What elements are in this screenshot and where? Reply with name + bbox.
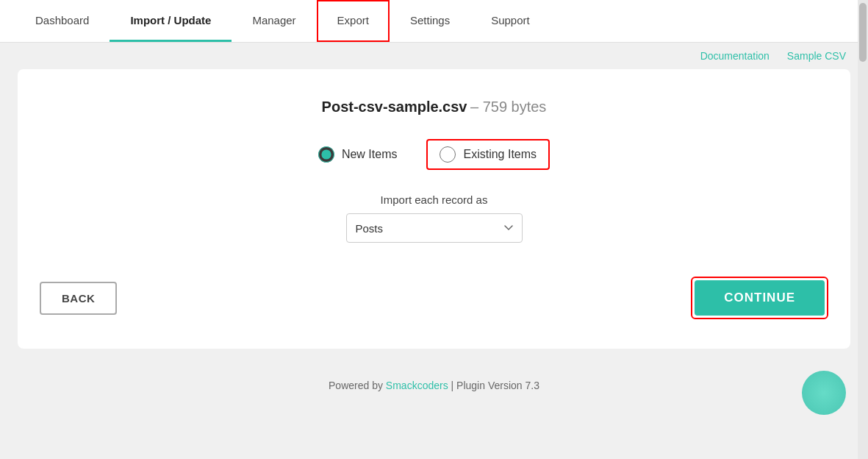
tab-export[interactable]: Export [317,0,390,42]
file-size-separator: – [470,99,483,115]
file-size: 759 bytes [483,99,547,115]
footer-link[interactable]: Smackcoders [386,380,448,391]
top-links-bar: Documentation Sample CSV [0,43,868,69]
continue-button-wrapper: CONTINUE [691,277,828,319]
radio-new-items-label[interactable]: New Items [318,146,398,163]
footer: Powered by Smackcoders | Plugin Version … [0,366,868,405]
back-button[interactable]: BACK [40,282,117,315]
existing-items-label: Existing Items [463,148,537,161]
existing-items-box: Existing Items [426,139,550,170]
footer-text: Powered by [329,380,383,391]
file-info: Post-csv-sample.csv – 759 bytes [40,99,828,115]
radio-existing-items[interactable] [440,146,456,163]
documentation-link[interactable]: Documentation [700,50,770,62]
main-content: Post-csv-sample.csv – 759 bytes New Item… [0,69,868,366]
radio-new-items[interactable] [318,146,334,163]
tab-settings[interactable]: Settings [390,0,470,42]
scrollbar-thumb[interactable] [859,3,867,62]
footer-plugin-info: | Plugin Version 7.3 [451,380,539,391]
tab-manager[interactable]: Manager [232,0,316,42]
tab-dashboard[interactable]: Dashboard [15,0,110,42]
action-bar: BACK CONTINUE [40,277,828,319]
tab-import-update[interactable]: Import / Update [110,0,232,42]
import-type-select[interactable]: Posts Pages Custom Post [346,213,523,243]
decorative-circle [802,371,846,415]
scrollbar[interactable] [858,0,868,459]
import-section: Import each record as Posts Pages Custom… [40,193,828,243]
tab-support[interactable]: Support [470,0,550,42]
file-name: Post-csv-sample.csv [322,99,467,115]
new-items-label: New Items [342,148,398,161]
radio-group: New Items Existing Items [40,139,828,170]
continue-button[interactable]: CONTINUE [695,280,825,316]
sample-csv-link[interactable]: Sample CSV [787,50,846,62]
nav-bar: Dashboard Import / Update Manager Export… [0,0,868,43]
radio-existing-items-label[interactable]: Existing Items [440,146,537,163]
import-card: Post-csv-sample.csv – 759 bytes New Item… [18,69,850,349]
import-label: Import each record as [381,193,488,206]
